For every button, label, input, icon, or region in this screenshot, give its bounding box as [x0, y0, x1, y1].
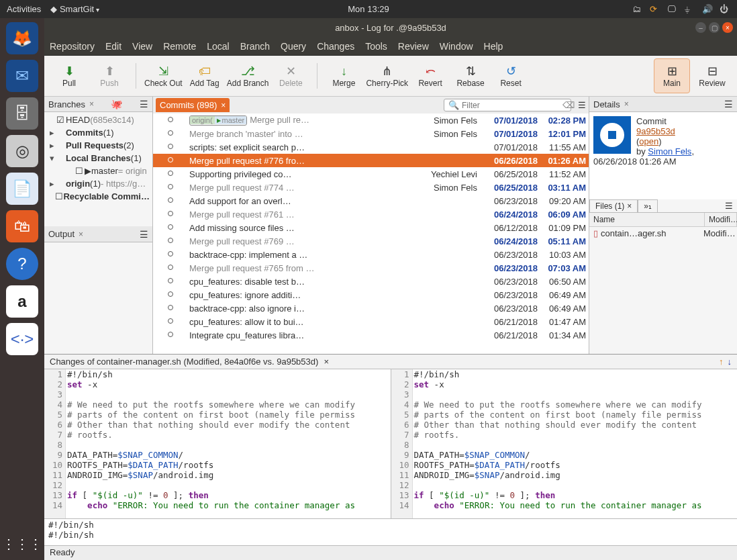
- update-icon[interactable]: ⟳: [650, 4, 660, 15]
- menu-edit[interactable]: Edit: [105, 41, 121, 52]
- diff-tab[interactable]: Changes of container-manager.sh (Modifie…: [44, 355, 737, 369]
- branch-item[interactable]: ▸origin (1) - https://g…: [44, 177, 152, 190]
- hamburger-icon[interactable]: ☰: [140, 99, 148, 109]
- commit-row[interactable]: Integrate cpu_features libra…06/21/20180…: [153, 328, 589, 342]
- revert-button[interactable]: ⤺Revert: [412, 58, 448, 93]
- addtag-button[interactable]: 🏷Add Tag: [187, 58, 223, 93]
- menu-changes[interactable]: Changes: [317, 41, 354, 52]
- display-icon[interactable]: 🖵: [667, 4, 678, 15]
- close-icon[interactable]: ×: [79, 230, 83, 239]
- commit-row[interactable]: cpu_features: disable test b…06/23/20180…: [153, 275, 589, 288]
- menu-query[interactable]: Query: [281, 41, 306, 52]
- next-diff-icon[interactable]: ↓: [728, 357, 732, 367]
- hamburger-icon[interactable]: ☰: [578, 100, 586, 110]
- commit-row[interactable]: Add missing source files …06/12/201801:0…: [153, 221, 589, 234]
- menu-tools[interactable]: Tools: [365, 41, 387, 52]
- push-button[interactable]: ⬆Push: [91, 58, 128, 93]
- branch-item[interactable]: ☐▶ master = origin: [44, 165, 152, 177]
- addbranch-button[interactable]: ⎇Add Branch: [227, 58, 269, 93]
- volume-icon[interactable]: 🔊: [702, 4, 713, 15]
- hamburger-icon[interactable]: ☰: [724, 99, 733, 109]
- launcher-thunderbird[interactable]: ✉: [6, 60, 38, 92]
- commit-row[interactable]: Merge branch 'master' into …Simon Fels07…: [153, 127, 589, 140]
- clock[interactable]: Mon 13:29: [348, 4, 389, 14]
- window-minimize[interactable]: –: [695, 22, 706, 33]
- diff-left[interactable]: 1234567891011121314 #!/bin/sh set -x # W…: [44, 369, 391, 518]
- merge-button[interactable]: ↓Merge: [326, 58, 362, 93]
- power-icon[interactable]: ⏻ ▾: [720, 4, 730, 15]
- launcher-firefox[interactable]: 🦊: [6, 22, 38, 54]
- hamburger-icon[interactable]: ☰: [721, 199, 737, 212]
- menu-local[interactable]: Local: [207, 41, 229, 52]
- launcher-amazon[interactable]: a: [6, 285, 38, 318]
- col-name[interactable]: Name: [589, 213, 705, 226]
- github-icon[interactable]: 🐙: [111, 99, 122, 109]
- rebase-button[interactable]: ⇅Rebase: [452, 58, 489, 93]
- hamburger-icon[interactable]: ☰: [140, 229, 148, 240]
- commit-row[interactable]: Merge pull request #776 fro…06/26/201801…: [153, 154, 589, 167]
- branch-item[interactable]: ▸Pull Requests (2): [44, 139, 152, 152]
- launcher-apps-grid[interactable]: ⋮⋮⋮: [2, 536, 42, 552]
- commit-row[interactable]: cpu_features: ignore additi…06/23/201806…: [153, 288, 589, 301]
- col-modified[interactable]: Modifi…: [705, 213, 737, 226]
- diff-right[interactable]: 1234567891011121314 #!/bin/sh set -x # W…: [391, 369, 738, 518]
- commit-row[interactable]: cpu_features: allow it to bui…06/21/2018…: [153, 315, 589, 328]
- file-row[interactable]: ▯contain…ager.sh Modifi…: [589, 227, 737, 240]
- activities-button[interactable]: Activities: [7, 4, 41, 14]
- menu-branch[interactable]: Branch: [240, 41, 270, 52]
- prev-diff-icon[interactable]: ↑: [719, 357, 724, 367]
- window-close[interactable]: ×: [722, 22, 733, 33]
- reset-button[interactable]: ↺Reset: [493, 58, 529, 93]
- menu-help[interactable]: Help: [484, 41, 503, 52]
- commit-row[interactable]: Merge pull request #774 …Simon Fels06/25…: [153, 181, 589, 194]
- close-icon[interactable]: ×: [221, 101, 226, 110]
- filter-input[interactable]: [462, 101, 562, 110]
- network-icon[interactable]: ⏚: [685, 4, 695, 15]
- launcher-editor[interactable]: <·>: [6, 323, 38, 355]
- delete-button[interactable]: ✕Delete: [273, 58, 309, 93]
- close-icon[interactable]: ×: [627, 201, 632, 211]
- branch-item[interactable]: ☐Recyclable Commi…: [44, 190, 152, 203]
- main-perspective-button[interactable]: ⊞Main: [654, 58, 690, 93]
- menu-review[interactable]: Review: [398, 41, 429, 52]
- filter-box[interactable]: 🔍 ⌫: [444, 99, 571, 111]
- commit-row[interactable]: Merge pull request #765 from …06/23/2018…: [153, 261, 589, 275]
- launcher-help[interactable]: ?: [6, 248, 38, 280]
- language-icon[interactable]: 🗂: [632, 4, 643, 15]
- output-tab[interactable]: Output× ☰: [44, 226, 152, 242]
- commit-row[interactable]: Merge pull request #761 …06/24/201806:09…: [153, 207, 589, 221]
- files-list[interactable]: ▯contain…ager.sh Modifi…: [589, 227, 737, 240]
- launcher-rhythmbox[interactable]: ◎: [6, 135, 38, 167]
- commits-tab[interactable]: Commits (898)×: [156, 98, 230, 112]
- commit-row[interactable]: backtrace-cpp: also ignore i…06/23/20180…: [153, 301, 589, 315]
- branches-list[interactable]: ☑HEAD (685e3c14)▸Commits (1)▸Pull Reques…: [44, 112, 152, 226]
- commit-row[interactable]: Add support for an overl…06/23/201809:20…: [153, 194, 589, 207]
- commit-row[interactable]: Merge pull request #769 …06/24/201805:11…: [153, 234, 589, 248]
- commit-row[interactable]: Supporting privileged co…Yechiel Levi06/…: [153, 167, 589, 181]
- review-perspective-button[interactable]: ⊟Review: [694, 58, 730, 93]
- app-indicator[interactable]: ◆ SmartGit: [50, 4, 99, 14]
- menu-view[interactable]: View: [132, 41, 152, 52]
- menu-repository[interactable]: Repository: [50, 41, 95, 52]
- window-maximize[interactable]: ▢: [709, 22, 720, 33]
- commit-row[interactable]: origin(▶masterMerge pull re…Simon Fels07…: [153, 113, 589, 127]
- close-icon[interactable]: ×: [324, 357, 329, 367]
- branch-item[interactable]: ▸Commits (1): [44, 126, 152, 139]
- commit-list[interactable]: origin(▶masterMerge pull re…Simon Fels07…: [153, 113, 589, 354]
- menu-window[interactable]: Window: [440, 41, 473, 52]
- pull-button[interactable]: ⬇Pull: [51, 58, 87, 93]
- commit-row[interactable]: scripts: set explicit search p…07/01/201…: [153, 140, 589, 154]
- commit-sha[interactable]: 9a95b53d: [636, 126, 675, 136]
- menu-remote[interactable]: Remote: [163, 41, 196, 52]
- launcher-files[interactable]: 🗄: [6, 97, 38, 130]
- commit-row[interactable]: backtrace-cpp: implement a …06/23/201810…: [153, 248, 589, 261]
- checkout-button[interactable]: ⇲Check Out: [144, 58, 183, 93]
- close-icon[interactable]: ×: [89, 99, 94, 109]
- cherrypick-button[interactable]: ⋔Cherry-Pick: [366, 58, 408, 93]
- launcher-software[interactable]: 🛍: [6, 210, 38, 242]
- branch-item[interactable]: ☑HEAD (685e3c14): [44, 113, 152, 126]
- files-more-tab[interactable]: »₁: [638, 199, 658, 212]
- author-link[interactable]: Simon Fels: [648, 146, 691, 156]
- clear-icon[interactable]: ⌫: [562, 100, 575, 110]
- branch-item[interactable]: ▾Local Branches (1): [44, 152, 152, 165]
